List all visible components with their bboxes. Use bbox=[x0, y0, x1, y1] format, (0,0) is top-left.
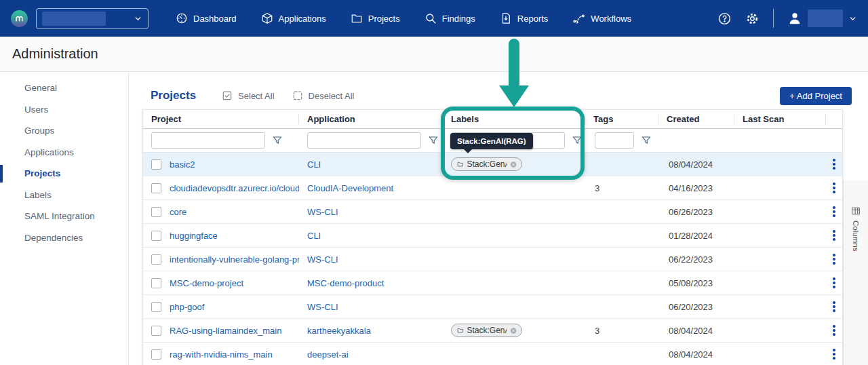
row-checkbox[interactable] bbox=[151, 302, 161, 312]
table-row[interactable]: MSC-demo-project MSC-demo-product 05/08/… bbox=[143, 271, 842, 295]
main-content: Projects Select All Deselect All + Add P… bbox=[129, 72, 868, 365]
callout-arrow-head bbox=[499, 85, 529, 107]
row-actions-menu-icon[interactable] bbox=[826, 182, 842, 193]
reports-document-icon bbox=[500, 12, 512, 24]
row-checkbox[interactable] bbox=[151, 278, 161, 288]
row-checkbox[interactable] bbox=[151, 183, 161, 193]
application-link[interactable]: MSC-demo-product bbox=[307, 278, 384, 288]
table-row[interactable]: basic2 CLI Stack:GenA... 08/04/2024 bbox=[143, 153, 842, 176]
row-actions-menu-icon[interactable] bbox=[826, 206, 842, 217]
application-link[interactable]: WS-CLI bbox=[307, 302, 338, 312]
project-filter-input[interactable] bbox=[151, 132, 265, 149]
nav-item-reports[interactable]: Reports bbox=[500, 12, 549, 24]
row-checkbox[interactable] bbox=[151, 207, 161, 217]
sidebar-item-groups[interactable]: Groups bbox=[0, 120, 128, 142]
filter-funnel-icon[interactable] bbox=[428, 135, 439, 146]
row-checkbox[interactable] bbox=[151, 254, 161, 265]
project-link[interactable]: cloudiadevopsdtr.azurecr.io/cloudia/ bbox=[170, 183, 299, 193]
table-row[interactable]: rag-with-nvidia-nims_main deepset-ai 08/… bbox=[143, 343, 842, 365]
nav-item-dashboard[interactable]: Dashboard bbox=[176, 12, 237, 24]
filter-funnel-icon[interactable] bbox=[272, 135, 283, 146]
table-row[interactable]: cloudiadevopsdtr.azurecr.io/cloudia/ Clo… bbox=[143, 176, 842, 200]
nav-item-workflows[interactable]: Workflows bbox=[572, 12, 631, 25]
tags-count: 3 bbox=[585, 176, 658, 199]
row-actions-menu-icon[interactable] bbox=[826, 277, 842, 288]
row-actions-menu-icon[interactable] bbox=[826, 325, 842, 336]
project-link[interactable]: RAG-using-llamaindex_main bbox=[170, 326, 281, 336]
remove-label-icon[interactable] bbox=[510, 160, 517, 169]
project-link[interactable]: huggingface bbox=[170, 231, 218, 241]
add-project-button[interactable]: + Add Project bbox=[780, 87, 852, 105]
sidebar-item-dependencies[interactable]: Dependencies bbox=[0, 227, 128, 249]
column-header-created[interactable]: Created bbox=[658, 110, 734, 128]
label-chip[interactable]: Stack:GenA... bbox=[451, 324, 522, 337]
table-row[interactable]: intentionally-vulnerable-golang-proj WS-… bbox=[143, 248, 842, 271]
sidebar-item-projects[interactable]: Projects bbox=[0, 163, 128, 185]
row-checkbox[interactable] bbox=[151, 326, 161, 336]
column-header-last-scan[interactable]: Last Scan bbox=[734, 110, 826, 128]
created-date: 01/28/2024 bbox=[658, 224, 734, 247]
project-link[interactable]: MSC-demo-project bbox=[170, 278, 243, 288]
column-header-application[interactable]: Application bbox=[299, 110, 443, 128]
application-link[interactable]: CloudIA-Development bbox=[307, 183, 393, 193]
tags-count bbox=[585, 224, 658, 247]
user-menu[interactable] bbox=[787, 9, 857, 27]
project-link[interactable]: intentionally-vulnerable-golang-proj bbox=[170, 254, 299, 265]
last-scan-value bbox=[734, 153, 826, 176]
project-link[interactable]: basic2 bbox=[170, 159, 195, 170]
application-link[interactable]: WS-CLI bbox=[307, 254, 338, 265]
filter-funnel-icon[interactable] bbox=[572, 135, 583, 146]
select-all-checkbox-icon bbox=[222, 90, 233, 101]
application-link[interactable]: CLI bbox=[307, 231, 321, 241]
last-scan-value bbox=[734, 295, 826, 318]
remove-label-icon[interactable] bbox=[510, 326, 517, 335]
row-checkbox[interactable] bbox=[151, 159, 161, 170]
row-actions-menu-icon[interactable] bbox=[826, 349, 842, 360]
deselect-all-button[interactable]: Deselect All bbox=[292, 90, 355, 101]
row-checkbox[interactable] bbox=[151, 349, 161, 360]
table-row[interactable]: RAG-using-llamaindex_main kartheekyakkal… bbox=[143, 319, 842, 343]
last-scan-value bbox=[734, 319, 826, 342]
column-header-tags[interactable]: Tags bbox=[585, 110, 658, 128]
select-all-button[interactable]: Select All bbox=[222, 90, 274, 101]
project-link[interactable]: rag-with-nvidia-nims_main bbox=[170, 349, 273, 360]
filter-funnel-icon[interactable] bbox=[641, 135, 652, 146]
last-scan-value bbox=[734, 271, 826, 294]
row-actions-menu-icon[interactable] bbox=[826, 230, 842, 241]
projects-folder-icon bbox=[351, 12, 363, 24]
nav-item-findings[interactable]: Findings bbox=[425, 12, 475, 24]
application-link[interactable]: CLI bbox=[307, 159, 321, 170]
sidebar-item-users[interactable]: Users bbox=[0, 99, 128, 121]
nav-item-applications[interactable]: Applications bbox=[261, 12, 326, 24]
row-checkbox[interactable] bbox=[151, 231, 161, 241]
settings-gear-icon[interactable] bbox=[745, 12, 760, 26]
sidebar-item-saml-integration[interactable]: SAML Integration bbox=[0, 206, 128, 227]
row-actions-menu-icon[interactable] bbox=[826, 254, 842, 265]
organization-selector[interactable] bbox=[36, 8, 149, 29]
tags-count bbox=[585, 271, 658, 294]
row-actions-menu-icon[interactable] bbox=[826, 159, 842, 170]
table-row[interactable]: php-goof WS-CLI 06/20/2023 bbox=[143, 295, 842, 319]
application-link[interactable]: deepset-ai bbox=[307, 349, 349, 360]
project-link[interactable]: php-goof bbox=[170, 302, 204, 312]
application-filter-input[interactable] bbox=[307, 132, 421, 149]
folder-icon bbox=[457, 160, 463, 168]
table-row[interactable]: huggingface CLI 01/28/2024 bbox=[143, 224, 842, 248]
created-date: 05/08/2023 bbox=[658, 271, 734, 294]
help-icon[interactable] bbox=[717, 12, 732, 26]
nav-item-projects[interactable]: Projects bbox=[351, 12, 400, 24]
column-header-project[interactable]: Project bbox=[143, 110, 299, 128]
columns-panel-tab[interactable]: Columns bbox=[843, 180, 868, 365]
chevron-down-icon bbox=[848, 14, 857, 23]
sidebar-item-applications[interactable]: Applications bbox=[0, 142, 128, 164]
row-actions-menu-icon[interactable] bbox=[826, 301, 842, 312]
tags-filter-input[interactable] bbox=[595, 132, 634, 149]
application-link[interactable]: kartheekyakkala bbox=[307, 326, 371, 336]
label-chip[interactable]: Stack:GenA... bbox=[451, 157, 522, 171]
application-link[interactable]: WS-CLI bbox=[307, 207, 338, 217]
column-header-labels[interactable]: Labels bbox=[443, 110, 585, 128]
project-link[interactable]: core bbox=[170, 207, 186, 217]
sidebar-item-general[interactable]: General bbox=[0, 77, 128, 99]
sidebar-item-labels[interactable]: Labels bbox=[0, 185, 128, 206]
table-row[interactable]: core WS-CLI 06/26/2023 bbox=[143, 200, 842, 224]
